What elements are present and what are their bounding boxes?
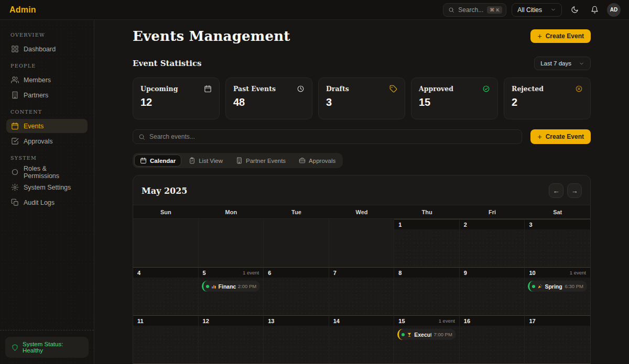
create-event-label: Create Event bbox=[546, 133, 584, 140]
calendar-cell-15[interactable]: 151 eventExecutive ...7:00 PM bbox=[394, 315, 460, 363]
bell-icon bbox=[591, 6, 599, 14]
events-search-input[interactable] bbox=[149, 133, 516, 140]
circle-icon bbox=[11, 168, 19, 176]
cell-day-number: 4 bbox=[137, 270, 140, 276]
calendar-cell-1[interactable]: 1 bbox=[394, 219, 460, 267]
create-event-button-secondary[interactable]: + Create Event bbox=[530, 129, 591, 144]
calendar-cell-2[interactable]: 2 bbox=[460, 219, 525, 267]
event-chip-financial-w[interactable]: Financial W...2:00 PM bbox=[202, 281, 261, 292]
stat-card-drafts: Drafts3 bbox=[318, 78, 405, 119]
event-chip-executive[interactable]: Executive ...7:00 PM bbox=[397, 329, 456, 340]
calendar-cell-16[interactable]: 16 bbox=[460, 315, 525, 363]
theme-toggle-button[interactable] bbox=[567, 3, 582, 17]
sidebar-item-members[interactable]: Members bbox=[6, 73, 88, 87]
clipboard-icon bbox=[189, 157, 196, 164]
building-icon bbox=[11, 91, 19, 99]
event-time: 7:00 PM bbox=[433, 332, 452, 337]
avatar[interactable]: AD bbox=[607, 3, 621, 17]
create-event-label: Create Event bbox=[546, 32, 584, 40]
events-toolbar: + Create Event bbox=[133, 129, 591, 144]
tab-approvals[interactable]: Approvals bbox=[293, 155, 341, 167]
calendar-header: May 2025 ← → bbox=[133, 175, 590, 205]
sidebar-section-overview: Overview bbox=[10, 32, 83, 38]
calendar-grid: 123451 eventFinancial W...2:00 PM6789101… bbox=[133, 219, 590, 364]
search-shortcut-badge: ⌘ K bbox=[487, 6, 502, 14]
plus-icon: + bbox=[537, 133, 541, 141]
day-header-tue: Tue bbox=[264, 205, 329, 218]
briefcase-icon bbox=[299, 157, 306, 164]
sidebar-item-label: Approvals bbox=[24, 138, 53, 145]
search-icon bbox=[138, 134, 145, 140]
cell-day-number: 9 bbox=[464, 270, 467, 276]
calendar-cell-17[interactable]: 17 bbox=[525, 315, 590, 363]
calendar-week-row: 11121314151 eventExecutive ...7:00 PM161… bbox=[133, 315, 590, 363]
tab-list-view[interactable]: List View bbox=[183, 155, 229, 167]
sidebar-item-label: Audit Logs bbox=[24, 199, 55, 206]
tag-icon bbox=[389, 85, 397, 93]
city-filter-value: All Cities bbox=[517, 6, 542, 14]
shell: OverviewDashboardPeopleMembersPartnersCo… bbox=[0, 20, 629, 364]
global-search-placeholder: Search... bbox=[458, 6, 483, 14]
party-emoji bbox=[537, 284, 543, 289]
moon-icon bbox=[571, 6, 579, 14]
sidebar-item-partners[interactable]: Partners bbox=[6, 88, 88, 102]
cell-day-number: 17 bbox=[529, 318, 535, 324]
prev-month-button[interactable]: ← bbox=[549, 183, 563, 198]
calendar-week-row: 451 eventFinancial W...2:00 PM6789101 ev… bbox=[133, 267, 590, 315]
cell-day-number: 14 bbox=[333, 318, 340, 324]
event-status-dot bbox=[532, 285, 535, 288]
tab-label: List View bbox=[199, 158, 223, 164]
event-status-dot bbox=[206, 285, 209, 288]
calendar-cell-9[interactable]: 9 bbox=[460, 267, 525, 315]
sidebar-item-events[interactable]: Events bbox=[6, 119, 88, 133]
sidebar-item-approvals[interactable]: Approvals bbox=[6, 134, 88, 148]
system-status-badge: System Status: Healthy bbox=[5, 337, 89, 358]
stat-card-approved: Approved15 bbox=[411, 78, 498, 119]
calendar-cell-12[interactable]: 12 bbox=[199, 315, 264, 363]
cell-day-number: 13 bbox=[268, 318, 274, 324]
date-range-select[interactable]: Last 7 days bbox=[534, 57, 591, 70]
calendar-cell-14[interactable]: 14 bbox=[329, 315, 395, 363]
calendar-cell-5[interactable]: 51 eventFinancial W...2:00 PM bbox=[199, 267, 264, 315]
brand-logo[interactable]: Admin bbox=[9, 5, 36, 15]
sidebar-item-dashboard[interactable]: Dashboard bbox=[6, 42, 88, 56]
building-icon bbox=[236, 157, 243, 164]
sidebar-status-area: System Status: Healthy bbox=[0, 330, 94, 364]
stat-card-value: 12 bbox=[140, 96, 212, 108]
calendar-week-row: 123 bbox=[133, 219, 590, 267]
calendar-cell-10[interactable]: 101 eventSpring Fas...6:30 PM bbox=[525, 267, 590, 315]
sidebar-item-system-settings[interactable]: System Settings bbox=[6, 180, 88, 194]
next-month-button[interactable]: → bbox=[567, 183, 582, 198]
create-event-button[interactable]: + Create Event bbox=[530, 29, 591, 43]
calendar-cell-13[interactable]: 13 bbox=[264, 315, 329, 363]
view-tabs: CalendarList ViewPartner EventsApprovals bbox=[133, 153, 343, 168]
event-chip-spring-fas[interactable]: Spring Fas...6:30 PM bbox=[528, 281, 587, 292]
day-header-thu: Thu bbox=[394, 205, 460, 218]
sidebar-item-label: Roles & Permissions bbox=[24, 165, 83, 180]
cell-day-number: 6 bbox=[268, 270, 271, 276]
stat-card-label: Drafts bbox=[326, 85, 349, 93]
stat-card-value: 2 bbox=[512, 96, 583, 108]
notifications-button[interactable] bbox=[587, 3, 602, 17]
global-search[interactable]: Search... ⌘ K bbox=[443, 3, 506, 17]
calendar-cell-3[interactable]: 3 bbox=[525, 219, 590, 267]
cell-event-count: 1 event bbox=[570, 270, 586, 275]
stat-card-value: 48 bbox=[233, 96, 305, 108]
calendar-cell-4[interactable]: 4 bbox=[133, 267, 199, 315]
sidebar-item-audit-logs[interactable]: Audit Logs bbox=[6, 195, 88, 209]
sidebar-item-roles-permissions[interactable]: Roles & Permissions bbox=[6, 165, 88, 179]
calendar-cell-6[interactable]: 6 bbox=[264, 267, 329, 315]
day-header-fri: Fri bbox=[460, 205, 525, 218]
cell-day-number: 12 bbox=[203, 318, 209, 324]
stats-header: Event Statistics Last 7 days bbox=[133, 57, 591, 70]
calendar-cell-8[interactable]: 8 bbox=[394, 267, 460, 315]
dashboard-icon bbox=[11, 45, 19, 53]
city-filter-select[interactable]: All Cities bbox=[512, 3, 562, 17]
calendar-cell-7[interactable]: 7 bbox=[329, 267, 395, 315]
tab-calendar[interactable]: Calendar bbox=[134, 155, 181, 167]
event-title: Financial W... bbox=[219, 283, 236, 290]
sidebar-item-label: Members bbox=[24, 76, 51, 84]
tab-partner-events[interactable]: Partner Events bbox=[230, 155, 291, 167]
search-icon bbox=[448, 7, 454, 13]
calendar-cell-11[interactable]: 11 bbox=[133, 315, 199, 363]
